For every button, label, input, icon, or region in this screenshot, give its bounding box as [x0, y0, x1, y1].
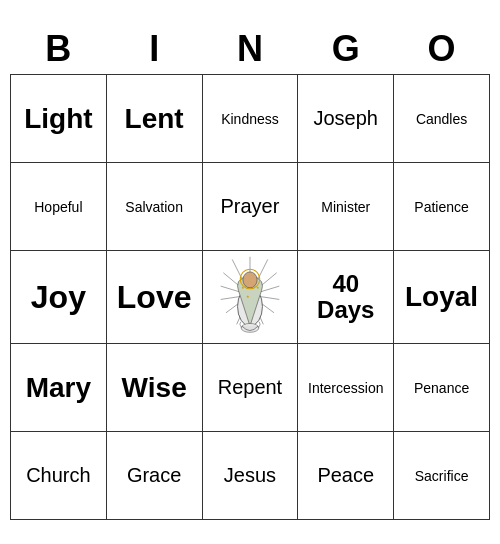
table-row: Hopeful Salvation Prayer Minister Patien… — [11, 163, 490, 251]
cell-r1c1: Light — [11, 75, 107, 163]
cell-r2c1: Hopeful — [11, 163, 107, 251]
cell-r2c4: Minister — [298, 163, 394, 251]
cell-r4c5: Penance — [394, 344, 490, 432]
cell-r3c2: Love — [106, 251, 202, 344]
cell-r5c3: Jesus — [202, 432, 298, 520]
cell-r3c5: Loyal — [394, 251, 490, 344]
svg-text:★: ★ — [245, 295, 249, 299]
cell-r4c2: Wise — [106, 344, 202, 432]
table-row: Church Grace Jesus Peace Sacrifice — [11, 432, 490, 520]
cell-r4c1: Mary — [11, 344, 107, 432]
bingo-grid: Light Lent Kindness Joseph Candles Hopef… — [11, 75, 490, 520]
header-row: B I N G O — [11, 24, 490, 75]
cell-r3c4: 40Days — [298, 251, 394, 344]
cell-r3c1: Joy — [11, 251, 107, 344]
table-row: Mary Wise Repent Intercession Penance — [11, 344, 490, 432]
cell-r2c5: Patience — [394, 163, 490, 251]
table-row: Joy Love — [11, 251, 490, 344]
cell-r5c4: Peace — [298, 432, 394, 520]
cell-r4c3: Repent — [202, 344, 298, 432]
cell-r1c4: Joseph — [298, 75, 394, 163]
cell-r5c1: Church — [11, 432, 107, 520]
cell-r3c3-free: ★ ★ ★ — [202, 251, 298, 344]
svg-text:★: ★ — [241, 286, 245, 290]
bingo-card: B I N G O Light Lent Kindness Joseph Can… — [10, 24, 490, 520]
header-b: B — [11, 24, 107, 75]
svg-text:★: ★ — [256, 286, 260, 290]
cell-r1c2: Lent — [106, 75, 202, 163]
cell-r5c2: Grace — [106, 432, 202, 520]
cell-r5c5: Sacrifice — [394, 432, 490, 520]
cell-r1c5: Candles — [394, 75, 490, 163]
header-o: O — [394, 24, 490, 75]
cell-r2c3: Prayer — [202, 163, 298, 251]
free-space-image: ★ ★ ★ — [215, 255, 285, 335]
cell-r1c3: Kindness — [202, 75, 298, 163]
header-g: G — [298, 24, 394, 75]
header-n: N — [202, 24, 298, 75]
cell-r4c4: Intercession — [298, 344, 394, 432]
header-i: I — [106, 24, 202, 75]
table-row: Light Lent Kindness Joseph Candles — [11, 75, 490, 163]
cell-r2c2: Salvation — [106, 163, 202, 251]
